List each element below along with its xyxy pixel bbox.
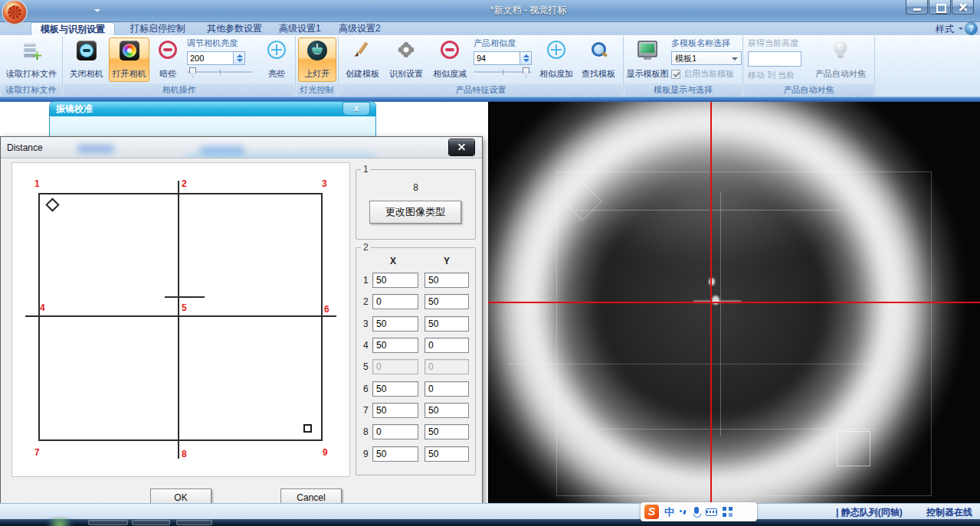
- sogou-logo-icon[interactable]: S: [644, 505, 659, 519]
- x2-input[interactable]: [372, 294, 418, 309]
- tab-mark-start-stop[interactable]: 打标启停控制: [121, 22, 195, 35]
- plus-circle-icon: [267, 41, 286, 59]
- product-autofocus-button[interactable]: 产品自动对焦: [809, 38, 872, 82]
- camera-view[interactable]: [488, 102, 980, 503]
- taskbar-button[interactable]: [176, 520, 212, 525]
- microphone-icon[interactable]: [693, 507, 700, 518]
- grid-point-label: 3: [322, 178, 327, 189]
- title-bar: *新文档 - 视觉打标: [0, 0, 980, 22]
- grid-horizontal-line: [25, 315, 336, 317]
- quick-access-dropdown-icon[interactable]: [93, 7, 101, 13]
- brightness-slider[interactable]: [187, 71, 253, 74]
- brightness-spinner[interactable]: [233, 51, 245, 65]
- y8-input[interactable]: [424, 424, 469, 439]
- pencil-icon: [352, 41, 372, 60]
- coord-row-4: 4: [356, 338, 475, 353]
- change-image-type-button[interactable]: 更改图像类型: [369, 201, 461, 224]
- ribbon-group-template: 显示模板图 多模板名称选择 模板1 启用当前模板 模板显示与选择: [624, 36, 743, 97]
- tab-advanced-1[interactable]: 高级设置1: [270, 22, 330, 35]
- checkbox-checked-icon[interactable]: [671, 70, 680, 79]
- top-light-on-button[interactable]: 上灯开: [298, 38, 336, 82]
- help-icon[interactable]: ?: [965, 23, 977, 34]
- y1-input[interactable]: [424, 273, 469, 288]
- recognition-settings-button[interactable]: 识别设置: [385, 38, 427, 82]
- y2-input[interactable]: [424, 294, 469, 309]
- controller-online-status: 控制器在线: [926, 507, 972, 518]
- grid-rectangle: [38, 193, 323, 441]
- tab-template-recognition[interactable]: 模板与识别设置: [31, 22, 115, 35]
- y4-input[interactable]: [424, 338, 469, 353]
- ribbon: 读取打标文件 读取打标文件 关闭相机 打开相机 暗些 调节相机亮度: [0, 35, 980, 96]
- tab-other-params[interactable]: 其他参数设置: [198, 22, 271, 35]
- brightness-slider-thumb[interactable]: [189, 67, 196, 77]
- similarity-input[interactable]: [474, 51, 519, 65]
- read-file-icon: [21, 41, 41, 60]
- ime-toolbox-icon[interactable]: [723, 507, 733, 517]
- ime-punctuation-icon[interactable]: [680, 508, 687, 517]
- template-select[interactable]: 模板1: [671, 51, 742, 65]
- static-queue-status: | 静态队列(同轴): [836, 507, 903, 518]
- x7-input[interactable]: [372, 403, 418, 418]
- read-mark-file-button[interactable]: 读取打标文件: [2, 38, 61, 82]
- x5-input: [372, 359, 418, 374]
- similarity-plus-button[interactable]: 相似度加: [537, 38, 575, 82]
- coord-row-3: 3: [356, 316, 475, 332]
- camera-brightness-panel: 调节相机亮度: [187, 38, 257, 83]
- maximize-button[interactable]: [929, 0, 951, 15]
- distance-close-button[interactable]: [449, 139, 474, 155]
- marking-field-outline: [556, 172, 932, 496]
- find-template-button[interactable]: 查找模板: [577, 38, 620, 82]
- similarity-slider-thumb[interactable]: [523, 67, 529, 77]
- x1-input[interactable]: [372, 273, 418, 288]
- close-button[interactable]: [952, 0, 974, 15]
- style-menu[interactable]: 样式: [936, 23, 954, 36]
- create-template-button[interactable]: 创建模板: [342, 38, 383, 82]
- grid-point-label: 9: [323, 447, 328, 458]
- keyboard-icon[interactable]: [706, 508, 717, 516]
- show-template-image-button[interactable]: 显示模板图: [626, 38, 669, 82]
- x9-input[interactable]: [372, 446, 418, 462]
- x6-input[interactable]: [372, 381, 418, 397]
- y3-input[interactable]: [424, 316, 469, 332]
- galvo-close-button[interactable]: x: [343, 103, 369, 115]
- tab-advanced-2[interactable]: 高级设置2: [329, 22, 390, 35]
- x3-input[interactable]: [372, 316, 418, 332]
- chevron-down-icon: [732, 57, 738, 64]
- y7-input[interactable]: [424, 403, 469, 418]
- ribbon-group-read-file: 读取打标文件 读取打标文件: [0, 36, 63, 97]
- coord-row-7: 7: [356, 403, 475, 418]
- taskbar-button[interactable]: [88, 520, 128, 525]
- similarity-slider[interactable]: [474, 71, 532, 74]
- ime-toolbar[interactable]: S 中: [641, 502, 757, 521]
- grid-point-label: 4: [40, 302, 45, 313]
- app-logo-icon[interactable]: [3, 1, 26, 24]
- ribbon-group-light: 上灯开 灯光控制: [296, 36, 339, 97]
- plus-circle-icon: [547, 41, 565, 59]
- calibration-grid-panel: 1 2 3 4 5 6 7 8 9: [11, 162, 350, 477]
- close-camera-button[interactable]: 关闭相机: [66, 38, 107, 82]
- similarity-minus-button[interactable]: 相似度减: [429, 38, 470, 82]
- similarity-spinner[interactable]: [519, 51, 532, 65]
- brightness-input[interactable]: [187, 51, 233, 65]
- enable-template-checkbox-row[interactable]: 启用当前模板: [671, 68, 742, 80]
- ribbon-tab-strip: 模板与识别设置 打标启停控制 其他参数设置 高级设置1 高级设置2: [0, 22, 980, 35]
- taskbar-button[interactable]: [132, 520, 170, 525]
- taskbar[interactable]: [0, 519, 980, 526]
- distance-dialog-titlebar[interactable]: Distance: [1, 137, 482, 158]
- minimize-button[interactable]: [906, 0, 928, 15]
- x8-input[interactable]: [372, 424, 418, 439]
- x4-input[interactable]: [372, 338, 418, 353]
- start-orb-icon[interactable]: [44, 517, 75, 526]
- groupbox-label: 2: [361, 242, 371, 253]
- brighter-button[interactable]: 亮些: [260, 38, 293, 82]
- ime-language-toggle[interactable]: 中: [664, 505, 674, 519]
- y9-input[interactable]: [424, 446, 469, 462]
- current-height-input[interactable]: [748, 51, 801, 67]
- coord-row-9: 9: [356, 446, 475, 462]
- darker-button[interactable]: 暗些: [152, 38, 184, 82]
- image-type-value: 8: [356, 182, 475, 193]
- open-camera-button[interactable]: 打开相机: [109, 38, 149, 82]
- grid-point-label: 2: [182, 178, 187, 189]
- coord-row-5: 5: [356, 359, 475, 374]
- y6-input[interactable]: [424, 381, 469, 397]
